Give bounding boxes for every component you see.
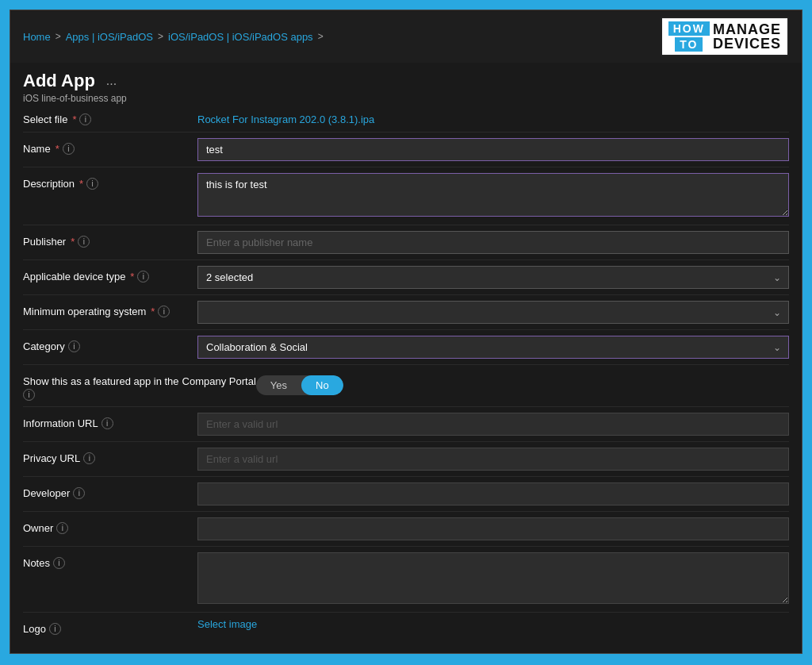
featured-app-label: Show this as a featured app in the (23, 375, 179, 387)
device-type-select[interactable]: 2 selected (197, 266, 789, 289)
name-label-area: Name * i (23, 138, 197, 155)
select-file-row: Select file * i Rocket For Instagram 202… (23, 109, 789, 129)
featured-toggle-group: Yes No (256, 375, 343, 395)
breadcrumb-sep-3: > (318, 31, 324, 42)
name-info-icon[interactable]: i (63, 143, 75, 155)
page-title-area: Add App ... iOS line-of-business app (23, 71, 127, 104)
publisher-label: Publisher (23, 236, 66, 248)
logo-devices-text: DEVICES (713, 37, 781, 51)
owner-input[interactable] (197, 517, 789, 540)
notes-textarea[interactable] (197, 552, 789, 604)
publisher-label-area: Publisher * i (23, 231, 197, 248)
page-title-text: Add App (23, 71, 95, 91)
featured-app-label2: Company Portal (182, 375, 256, 387)
category-select-area: Collaboration & Social ⌄ (197, 336, 789, 359)
developer-label-area: Developer i (23, 482, 197, 499)
breadcrumb-home[interactable]: Home (23, 31, 51, 43)
featured-app-label-area: Show this as a featured app in the Compa… (23, 371, 256, 401)
min-os-select-wrapper: ⌄ (197, 301, 789, 324)
category-select[interactable]: Collaboration & Social (197, 336, 789, 359)
breadcrumb-apps[interactable]: Apps | iOS/iPadOS (66, 31, 153, 43)
logo-info-icon[interactable]: i (49, 623, 61, 635)
page-title: Add App ... (23, 71, 127, 91)
min-os-info-icon[interactable]: i (158, 306, 170, 317)
owner-info-icon[interactable]: i (56, 522, 68, 534)
name-input-area (197, 138, 789, 161)
category-label-area: Category i (23, 336, 197, 352)
min-os-label: Minimum operating system (23, 306, 146, 317)
device-type-row: Applicable device type * i 2 selected ⌄ (23, 259, 789, 294)
select-file-required: * (72, 113, 76, 125)
device-type-required: * (130, 271, 134, 283)
breadcrumb-bar: Home > Apps | iOS/iPadOS > iOS/iPadOS | … (10, 10, 802, 63)
device-type-select-area: 2 selected ⌄ (197, 266, 789, 289)
notes-label: Notes (23, 557, 50, 569)
breadcrumb-sep-1: > (56, 31, 61, 42)
description-required: * (79, 178, 83, 190)
main-container: Home > Apps | iOS/iPadOS > iOS/iPadOS | … (10, 10, 802, 654)
name-row: Name * i (23, 132, 789, 167)
logo-label: Logo (23, 623, 46, 635)
publisher-required: * (71, 236, 75, 248)
privacy-url-input[interactable] (197, 448, 789, 471)
page-header: Add App ... iOS line-of-business app (10, 63, 802, 109)
category-row: Category i Collaboration & Social ⌄ (23, 329, 789, 364)
privacy-url-info-icon[interactable]: i (83, 452, 95, 464)
description-input[interactable]: this is for test (197, 173, 789, 217)
min-os-label-area: Minimum operating system * i (23, 301, 197, 317)
device-type-select-wrapper: 2 selected ⌄ (197, 266, 789, 289)
logo-how-to: HOW TO (668, 21, 710, 52)
privacy-url-label-area: Privacy URL i (23, 448, 197, 464)
description-info-icon[interactable]: i (86, 178, 98, 190)
min-os-required: * (151, 306, 155, 317)
featured-app-toggle-area: Yes No (256, 371, 789, 395)
select-file-label: Select file (23, 113, 67, 125)
notes-input-area (197, 552, 789, 606)
info-url-row: Information URL i (23, 406, 789, 441)
toggle-no[interactable]: No (301, 375, 343, 395)
publisher-input-area (197, 231, 789, 254)
notes-info-icon[interactable]: i (53, 557, 65, 569)
logo-label-area: Logo i (23, 618, 197, 635)
breadcrumb: Home > Apps | iOS/iPadOS > iOS/iPadOS | … (23, 31, 324, 43)
ellipsis-button[interactable]: ... (102, 72, 121, 90)
name-required: * (56, 143, 59, 155)
page-subtitle: iOS line-of-business app (23, 93, 127, 104)
category-info-icon[interactable]: i (68, 340, 80, 352)
developer-info-icon[interactable]: i (73, 487, 85, 499)
device-type-info-icon[interactable]: i (137, 271, 149, 283)
owner-row: Owner i (23, 511, 789, 546)
select-file-value: Rocket For Instagram 202.0 (3.8.1).ipa (197, 113, 374, 125)
owner-input-area (197, 517, 789, 540)
select-file-info-icon[interactable]: i (79, 113, 91, 125)
publisher-info-icon[interactable]: i (78, 236, 90, 248)
name-input[interactable] (197, 138, 789, 161)
notes-row: Notes i (23, 546, 789, 612)
logo-manage-devices: MANAGE DEVICES (713, 22, 781, 51)
info-url-input[interactable] (197, 413, 789, 436)
info-url-label: Information URL (23, 417, 98, 429)
min-os-row: Minimum operating system * i ⌄ (23, 294, 789, 329)
info-url-input-area (197, 413, 789, 436)
breadcrumb-sep-2: > (158, 31, 163, 42)
logo-to: TO (675, 37, 703, 52)
logo-manage-text: MANAGE (713, 22, 781, 37)
privacy-url-row: Privacy URL i (23, 441, 789, 476)
developer-input[interactable] (197, 482, 789, 505)
notes-label-area: Notes i (23, 552, 197, 569)
toggle-yes[interactable]: Yes (256, 375, 301, 395)
privacy-url-label: Privacy URL (23, 452, 80, 464)
info-url-info-icon[interactable]: i (102, 417, 113, 429)
developer-label: Developer (23, 487, 70, 499)
featured-app-info-icon[interactable]: i (23, 389, 35, 401)
select-image-link[interactable]: Select image (197, 618, 257, 630)
min-os-select-area: ⌄ (197, 301, 789, 324)
description-row: Description * i this is for test (23, 167, 789, 225)
publisher-input[interactable] (197, 231, 789, 254)
logo-select-area: Select image (197, 618, 789, 630)
min-os-select[interactable] (197, 301, 789, 324)
name-label: Name (23, 143, 51, 155)
privacy-url-input-area (197, 448, 789, 471)
logo-row: Logo i Select image (23, 612, 789, 640)
select-file-label-area: Select file * i (23, 113, 197, 125)
